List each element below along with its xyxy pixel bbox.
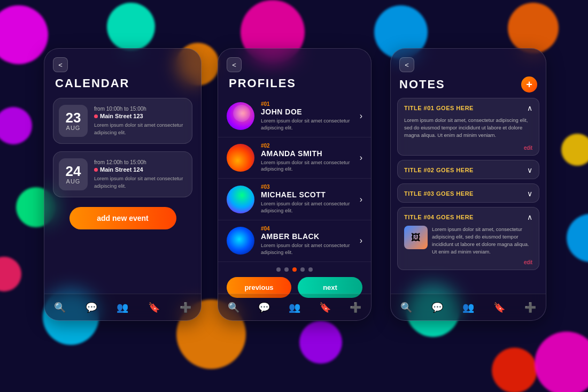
note-edit-1[interactable]: edit	[398, 144, 539, 155]
note-item-1: TITLE #01 GOES HERE ∧ Lorem ipsum dolor …	[397, 98, 539, 156]
profile-name-1: JOHN DOE	[261, 107, 353, 116]
note-header-3[interactable]: TITLE #03 GOES HERE ∨	[398, 184, 539, 202]
note-header-4[interactable]: TITLE #04 GOES HERE ∧	[398, 207, 539, 226]
search-icon-p[interactable]: 🔍	[227, 301, 241, 314]
note-title-4: TITLE #04 GOES HERE	[404, 214, 474, 220]
calendar-title: CALENDAR	[55, 76, 201, 90]
profile-name-2: AMANDA SMITH	[261, 149, 353, 158]
profile-num-2: #02	[261, 143, 353, 149]
bg-blob-15	[561, 134, 588, 166]
chat-icon-p[interactable]: 💬	[257, 301, 271, 314]
profile-text-4: #04 AMBER BLACK Lorem ipsum dolor sit am…	[261, 226, 353, 256]
chevron-right-2: ›	[360, 153, 362, 163]
chevron-right-1: ›	[360, 111, 362, 121]
dot-3-active[interactable]	[292, 267, 297, 272]
note-edit-4[interactable]: edit	[398, 258, 539, 270]
bg-blob-11	[299, 321, 342, 364]
note-title-3: TITLE #03 GOES HERE	[404, 190, 474, 197]
dot-4[interactable]	[300, 267, 305, 272]
note-image-4: 🖼	[404, 226, 428, 249]
chat-icon[interactable]: 💬	[84, 301, 98, 314]
bookmark-icon-n[interactable]: 🔖	[492, 301, 506, 314]
date-badge-2: 24 AUG	[59, 158, 88, 190]
profiles-bottom-nav: 🔍 💬 👥 🔖 ➕	[218, 294, 371, 320]
note-body-4: 🖼 Lorem ipsum dolor sit amet, consectetu…	[398, 226, 539, 258]
profile-item-3[interactable]: #03 MICHAEL SCOTT Lorem ipsum dolor sit …	[218, 179, 371, 220]
chevron-right-3: ›	[360, 195, 362, 204]
profile-desc-2: Lorem ipsum dolor sit amet consectetur a…	[261, 159, 353, 173]
people-icon-p[interactable]: 👥	[288, 301, 301, 314]
note-item-2: TITLE #02 GOES HERE ∨	[397, 160, 539, 179]
notes-header: NOTES +	[399, 76, 537, 93]
bg-blob-16	[567, 214, 588, 262]
bg-blob-5	[508, 3, 559, 53]
chat-icon-n[interactable]: 💬	[430, 301, 444, 314]
people-icon[interactable]: 👥	[115, 301, 129, 314]
location-dot-2	[94, 168, 98, 172]
event-time-2: from 12:00h to 15:00h	[94, 159, 187, 165]
profile-item-2[interactable]: #02 AMANDA SMITH Lorem ipsum dolor sit a…	[218, 137, 371, 179]
bookmark-icon[interactable]: 🔖	[147, 301, 161, 314]
note-body-text-4: Lorem ipsum dolor sit amet, consectetur …	[432, 226, 532, 255]
note-toggle-2[interactable]: ∨	[527, 166, 532, 174]
notes-back-button[interactable]: <	[399, 57, 414, 72]
profiles-back-button[interactable]: <	[227, 57, 242, 72]
note-header-1[interactable]: TITLE #01 GOES HERE ∧	[398, 98, 539, 117]
add-note-button[interactable]: +	[521, 76, 537, 93]
date-day-2: 24	[66, 164, 81, 178]
avatar-2	[227, 144, 254, 172]
date-month-1: AUG	[66, 125, 81, 131]
people-icon-n[interactable]: 👥	[461, 301, 475, 314]
search-icon[interactable]: 🔍	[53, 301, 67, 314]
bg-blob-14	[535, 332, 588, 392]
add-event-button[interactable]: add new event	[69, 207, 176, 229]
date-day-1: 23	[66, 111, 81, 125]
bg-blob-8	[0, 257, 21, 291]
note-item-3: TITLE #03 GOES HERE ∨	[397, 183, 539, 203]
avatar-3	[227, 186, 254, 213]
bg-blob-1	[107, 3, 155, 51]
profile-text-2: #02 AMANDA SMITH Lorem ipsum dolor sit a…	[261, 143, 353, 173]
avatar-4	[227, 227, 254, 255]
page-dots	[218, 267, 371, 272]
profile-text-3: #03 MICHAEL SCOTT Lorem ipsum dolor sit …	[261, 184, 353, 214]
notes-title: NOTES	[399, 78, 445, 91]
notes-bottom-nav: 🔍 💬 👥 🔖 ➕	[391, 294, 546, 320]
note-body-1: Lorem ipsum dolor sit amet, consectetur …	[398, 117, 539, 144]
avatar-1	[227, 102, 254, 130]
add-icon-p[interactable]: ➕	[349, 301, 362, 314]
profile-name-4: AMBER BLACK	[261, 232, 353, 241]
profile-num-3: #03	[261, 184, 353, 190]
event-desc-1: Lorem ipsum dolor sit amet consectetur a…	[94, 121, 187, 136]
event-time-1: from 10:00h to 15:00h	[94, 106, 187, 112]
profile-item-1[interactable]: #01 JOHN DOE Lorem ipsum dolor sit amet …	[218, 96, 371, 137]
bg-blob-13	[492, 348, 537, 392]
note-toggle-4[interactable]: ∧	[527, 213, 532, 221]
profile-item-4[interactable]: #04 AMBER BLACK Lorem ipsum dolor sit am…	[218, 220, 371, 262]
bookmark-icon-p[interactable]: 🔖	[318, 301, 332, 314]
note-toggle-1[interactable]: ∧	[527, 104, 532, 112]
note-toggle-3[interactable]: ∨	[527, 189, 532, 198]
profile-desc-3: Lorem ipsum dolor sit amet consectetur a…	[261, 201, 353, 214]
event-item-1: 23 AUG from 10:00h to 15:00h Main Street…	[53, 98, 192, 144]
dot-5[interactable]	[308, 267, 313, 272]
location-dot-1	[94, 114, 98, 118]
note-title-2: TITLE #02 GOES HERE	[404, 167, 474, 173]
profiles-title: PROFILES	[229, 76, 371, 90]
note-title-1: TITLE #01 GOES HERE	[404, 105, 474, 111]
calendar-back-button[interactable]: <	[53, 57, 68, 72]
notes-card: < NOTES + TITLE #01 GOES HERE ∧ Lorem ip…	[390, 48, 546, 321]
add-icon-n[interactable]: ➕	[523, 301, 537, 314]
bg-blob-6	[0, 107, 32, 144]
event-location-1: Main Street 123	[94, 113, 187, 119]
dot-1[interactable]	[276, 267, 281, 272]
bg-blob-0	[0, 5, 48, 64]
note-header-2[interactable]: TITLE #02 GOES HERE ∨	[398, 160, 539, 179]
dot-2[interactable]	[284, 267, 289, 272]
add-icon[interactable]: ➕	[179, 301, 192, 314]
search-icon-n[interactable]: 🔍	[399, 301, 413, 314]
note-item-4: TITLE #04 GOES HERE ∧ 🖼 Lorem ipsum dolo…	[397, 207, 539, 270]
profile-text-1: #01 JOHN DOE Lorem ipsum dolor sit amet …	[261, 101, 353, 132]
calendar-card: < CALENDAR 23 AUG from 10:00h to 15:00h …	[44, 48, 202, 321]
profile-num-4: #04	[261, 226, 353, 232]
